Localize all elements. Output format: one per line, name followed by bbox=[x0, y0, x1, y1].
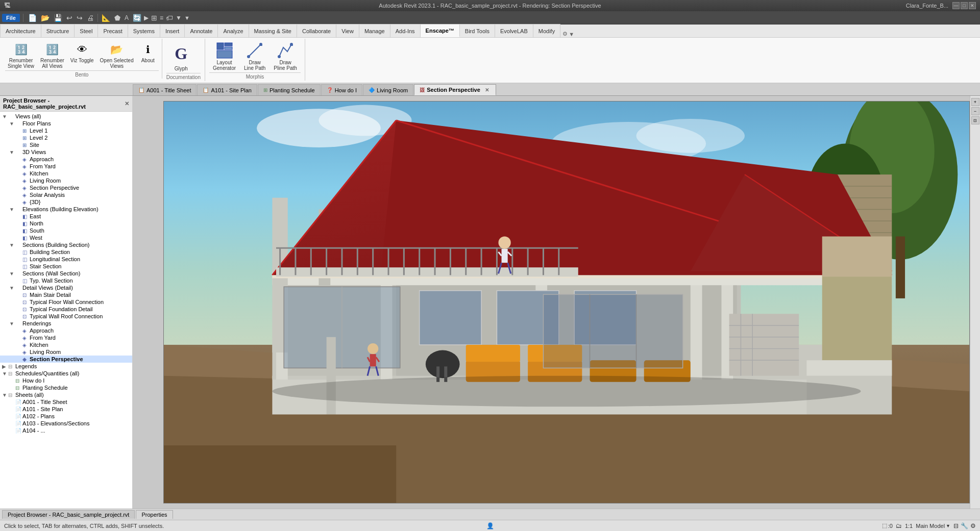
tree-sections-wall[interactable]: ▼ Sections (Wall Section) bbox=[0, 270, 132, 277]
tab-massing[interactable]: Massing & Site bbox=[249, 24, 297, 37]
draw-line-path-button[interactable]: DrawLine Path bbox=[240, 40, 269, 72]
tree-section-perspective-3d[interactable]: ◈ Section Perspective bbox=[0, 184, 132, 191]
tree-from-yard[interactable]: ◈ From Yard bbox=[0, 163, 132, 170]
section-box-button[interactable]: ⊞ bbox=[150, 13, 159, 22]
tree-a001[interactable]: 📄 A001 - Title Sheet bbox=[0, 398, 132, 406]
tab-modify[interactable]: Modify bbox=[533, 24, 560, 37]
close-button[interactable]: ✕ bbox=[969, 2, 976, 9]
rendering-viewport[interactable] bbox=[163, 101, 970, 503]
undo-button[interactable]: ↩ bbox=[65, 13, 74, 22]
tree-a102[interactable]: 📄 A102 - Plans bbox=[0, 413, 132, 420]
tree-living-room[interactable]: ◈ Living Room bbox=[0, 177, 132, 184]
tab-precast[interactable]: Precast bbox=[98, 24, 128, 37]
tab-bird-tools[interactable]: Bird Tools bbox=[460, 24, 495, 37]
expand-renderings[interactable]: ▼ bbox=[9, 321, 15, 326]
tree-3d-default[interactable]: ◈ {3D} bbox=[0, 198, 132, 206]
tree-rendering-kitchen[interactable]: ◈ Kitchen bbox=[0, 341, 132, 348]
expand-schedules[interactable]: ▼ bbox=[2, 371, 8, 376]
tree-rendering-living-room[interactable]: ◈ Living Room bbox=[0, 348, 132, 356]
tree-a103[interactable]: 📄 A103 - Elevations/Sections bbox=[0, 420, 132, 427]
about-button[interactable]: ℹ About bbox=[137, 40, 159, 65]
tree-typ-wall-section[interactable]: ◫ Typ. Wall Section bbox=[0, 277, 132, 284]
tab-annotate[interactable]: Annotate bbox=[185, 24, 218, 37]
tree-building-section[interactable]: ◫ Building Section bbox=[0, 248, 132, 256]
tree-floor-plans[interactable]: ▼ Floor Plans bbox=[0, 120, 132, 127]
tree-detail-views[interactable]: ▼ Detail Views (Detail) bbox=[0, 284, 132, 291]
save-button[interactable]: 💾 bbox=[52, 13, 64, 22]
layout-generator-button[interactable]: LayoutGenerator bbox=[209, 40, 239, 72]
zoom-in-button[interactable]: + bbox=[971, 98, 979, 106]
renumber-single-view-button[interactable]: 🔢 RenumberSingle View bbox=[5, 40, 37, 70]
tree-sections-building[interactable]: ▼ Sections (Building Section) bbox=[0, 241, 132, 248]
tab-view[interactable]: View bbox=[336, 24, 359, 37]
minimize-button[interactable]: — bbox=[952, 2, 960, 9]
tab-manage[interactable]: Manage bbox=[359, 24, 390, 37]
tree-south[interactable]: ◧ South bbox=[0, 227, 132, 234]
tree-typical-floor-wall[interactable]: ⊡ Typical Floor Wall Connection bbox=[0, 298, 132, 306]
open-selected-views-button[interactable]: 📂 Open SelectedViews bbox=[97, 40, 136, 70]
properties-tab-button[interactable]: Properties bbox=[136, 510, 173, 519]
app-menu-button[interactable]: File bbox=[2, 14, 20, 22]
tab-analyze[interactable]: Analyze bbox=[218, 24, 249, 37]
expand-detail-views[interactable]: ▼ bbox=[9, 285, 15, 291]
open-button[interactable]: 📂 bbox=[39, 13, 51, 22]
measure-button[interactable]: 📐 bbox=[100, 13, 112, 22]
sync-button[interactable]: 🔄 bbox=[131, 13, 143, 22]
tree-renderings[interactable]: ▼ Renderings bbox=[0, 320, 132, 327]
maximize-button[interactable]: □ bbox=[961, 2, 968, 9]
tree-elevations[interactable]: ▼ Elevations (Building Elevation) bbox=[0, 206, 132, 213]
tree-sheets[interactable]: ▼ ⊟ Sheets (all) bbox=[0, 391, 132, 398]
tree-level1[interactable]: ⊞ Level 1 bbox=[0, 127, 132, 134]
print-button[interactable]: 🖨 bbox=[85, 13, 95, 22]
tab-structure[interactable]: Structure bbox=[41, 24, 75, 37]
tree-kitchen[interactable]: ◈ Kitchen bbox=[0, 170, 132, 177]
tab-a101[interactable]: 📋 A101 - Site Plan bbox=[197, 84, 257, 95]
tree-level2[interactable]: ⊞ Level 2 bbox=[0, 134, 132, 141]
expand-legends[interactable]: ▶ bbox=[2, 364, 8, 369]
expand-floor-plans[interactable]: ▼ bbox=[9, 121, 15, 127]
tab-steel[interactable]: Steel bbox=[75, 24, 98, 37]
tree-rendering-approach[interactable]: ◈ Approach bbox=[0, 327, 132, 334]
tab-add-ins[interactable]: Add-Ins bbox=[390, 24, 421, 37]
tree-typical-wall-roof[interactable]: ⊡ Typical Wall Roof Connection bbox=[0, 313, 132, 320]
tree-legends[interactable]: ▶ ⊟ Legends bbox=[0, 363, 132, 370]
tree-typical-foundation[interactable]: ⊡ Typical Foundation Detail bbox=[0, 306, 132, 313]
viz-toggle-button[interactable]: 👁 Viz Toggle bbox=[68, 40, 96, 65]
browser-resize-handle[interactable] bbox=[130, 96, 132, 509]
tree-approach[interactable]: ◈ Approach bbox=[0, 156, 132, 163]
redo-button[interactable]: ↪ bbox=[75, 13, 84, 22]
tab-systems[interactable]: Systems bbox=[128, 24, 160, 37]
zoom-out-button[interactable]: − bbox=[971, 107, 979, 115]
tree-longitudinal-section[interactable]: ◫ Longitudinal Section bbox=[0, 256, 132, 263]
fit-view-button[interactable]: ⊡ bbox=[971, 116, 979, 124]
project-browser-tab-button[interactable]: Project Browser - RAC_basic_sample_proje… bbox=[2, 510, 135, 519]
tree-stair-section[interactable]: ◫ Stair Section bbox=[0, 263, 132, 270]
tree-site[interactable]: ⊞ Site bbox=[0, 141, 132, 148]
tab-insert[interactable]: Insert bbox=[160, 24, 185, 37]
qa-dropdown[interactable]: ▼ bbox=[183, 14, 191, 21]
renumber-all-views-button[interactable]: 🔢 RenumberAll Views bbox=[38, 40, 67, 70]
expand-sections-building[interactable]: ▼ bbox=[9, 242, 15, 248]
tree-west[interactable]: ◧ West bbox=[0, 234, 132, 241]
new-button[interactable]: 📄 bbox=[27, 13, 38, 22]
tree-a101[interactable]: 📄 A101 - Site Plan bbox=[0, 406, 132, 413]
tab-howdoi[interactable]: ❓ How do I bbox=[321, 84, 362, 95]
tab-section-perspective[interactable]: 🖼 Section Perspective ✕ bbox=[414, 84, 496, 95]
expand-views-all[interactable]: ▼ bbox=[2, 114, 8, 119]
tree-a104[interactable]: 📄 A104 - ... bbox=[0, 427, 132, 434]
tree-rendering-section-perspective[interactable]: ◈ Section Perspective bbox=[0, 356, 132, 363]
tab-sectionperspective-close[interactable]: ✕ bbox=[483, 87, 491, 93]
tree-how-do-i[interactable]: ⊟ How do I bbox=[0, 377, 132, 384]
tab-architecture[interactable]: Architecture bbox=[0, 24, 41, 37]
tab-a001[interactable]: 📋 A001 - Title Sheet bbox=[133, 84, 197, 95]
tab-living-room[interactable]: 🔷 Living Room bbox=[363, 84, 413, 95]
tree-main-stair-detail[interactable]: ⊡ Main Stair Detail bbox=[0, 291, 132, 298]
expand-3d-views[interactable]: ▼ bbox=[9, 149, 15, 155]
browser-tree[interactable]: ▼ Views (all) ▼ Floor Plans ⊞ Level 1 ⊞ … bbox=[0, 112, 132, 509]
tree-planting-schedule[interactable]: ⊟ Planting Schedule bbox=[0, 384, 132, 391]
tree-3d-views[interactable]: ▼ 3D Views bbox=[0, 148, 132, 156]
draw-pline-path-button[interactable]: DrawPline Path bbox=[270, 40, 301, 72]
tab-enscape[interactable]: Enscape™ bbox=[421, 24, 460, 37]
tab-collaborate[interactable]: Collaborate bbox=[297, 24, 336, 37]
tree-rendering-from-yard[interactable]: ◈ From Yard bbox=[0, 334, 132, 341]
